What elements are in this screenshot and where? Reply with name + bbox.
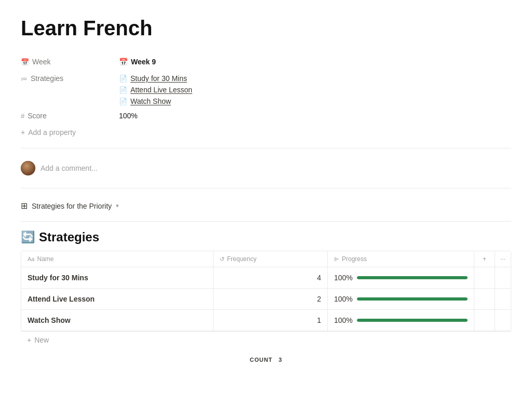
row-3-empty-2 bbox=[495, 310, 511, 331]
row-2-empty-2 bbox=[495, 289, 511, 309]
strategy-link-2[interactable]: Attend Live Lesson bbox=[130, 86, 192, 94]
comment-input[interactable]: Add a comment... bbox=[41, 164, 98, 172]
count-label: COUNT bbox=[250, 357, 273, 363]
row-2-progress-value: 100% bbox=[334, 295, 353, 303]
frequency-icon: ↺ bbox=[220, 256, 224, 263]
row-1-empty-1 bbox=[474, 267, 495, 288]
row-1-empty-2 bbox=[495, 267, 511, 288]
grid-icon: ⊞ bbox=[21, 201, 28, 211]
avatar-image bbox=[21, 161, 35, 175]
score-label: # Score bbox=[21, 111, 117, 120]
col-header-name[interactable]: Aa Name bbox=[21, 251, 214, 267]
row-2-progress-bar bbox=[357, 297, 468, 301]
row-1-progress-bar bbox=[357, 276, 468, 279]
count-value: 3 bbox=[278, 357, 282, 363]
row-2-empty-1 bbox=[474, 289, 495, 309]
strategies-section-icon: 🔄 bbox=[21, 230, 35, 244]
strategies-section-title: Strategies bbox=[39, 230, 99, 244]
week-property-row: 📅 Week 📅 Week 9 bbox=[21, 55, 511, 71]
strategies-label: ≔ Strategies bbox=[21, 73, 117, 83]
row-3-name[interactable]: Watch Show bbox=[21, 310, 214, 331]
strategy-link-3[interactable]: Watch Show bbox=[130, 97, 171, 105]
row-2-name[interactable]: Attend Live Lesson bbox=[21, 289, 214, 309]
row-3-progress-value: 100% bbox=[334, 316, 353, 324]
table-row: Attend Live Lesson 2 100% bbox=[21, 289, 511, 310]
comment-section: Add a comment... bbox=[21, 155, 511, 182]
progress-icon: ⊫ bbox=[334, 256, 339, 263]
section-header-label: Strategies for the Priority bbox=[32, 202, 112, 210]
col-frequency-label: Frequency bbox=[227, 255, 257, 263]
row-1-frequency: 4 bbox=[214, 267, 328, 288]
row-2-progress: 100% bbox=[328, 289, 474, 309]
list-icon: ≔ bbox=[21, 75, 28, 83]
table-header: Aa Name ↺ Frequency ⊫ Progress + ··· bbox=[21, 251, 511, 267]
add-new-button[interactable]: + New bbox=[21, 331, 511, 348]
week-calendar-icon: 📅 bbox=[119, 58, 128, 66]
strategies-property-row: ≔ Strategies 📄 Study for 30 Mins 📄 Atten… bbox=[21, 71, 511, 108]
row-2-progress-fill bbox=[357, 297, 468, 301]
row-1-progress-value: 100% bbox=[334, 274, 353, 282]
avatar bbox=[21, 161, 35, 175]
doc-icon-2: 📄 bbox=[119, 86, 127, 94]
week-value-text: Week 9 bbox=[131, 58, 156, 66]
row-3-frequency: 1 bbox=[214, 310, 328, 331]
week-value-container: 📅 Week 9 bbox=[117, 57, 511, 67]
col-header-more[interactable]: ··· bbox=[495, 251, 511, 267]
strategy-link-1[interactable]: Study for 30 Mins bbox=[130, 74, 187, 83]
row-1-name[interactable]: Study for 30 Mins bbox=[21, 267, 214, 288]
add-col-icon: + bbox=[483, 255, 486, 263]
week-label: 📅 Week bbox=[21, 57, 117, 66]
comment-divider bbox=[21, 188, 511, 188]
properties-section: 📅 Week 📅 Week 9 ≔ Strategies 📄 Study for… bbox=[21, 55, 511, 140]
section-divider bbox=[21, 221, 511, 222]
strategies-value-container: 📄 Study for 30 Mins 📄 Attend Live Lesson… bbox=[117, 73, 511, 106]
chevron-down-icon: ▾ bbox=[116, 202, 119, 209]
row-3-progress-bar bbox=[357, 319, 468, 322]
strategy-item-1[interactable]: 📄 Study for 30 Mins bbox=[117, 73, 511, 84]
strategies-header: 🔄 Strategies bbox=[21, 230, 511, 244]
doc-icon-1: 📄 bbox=[119, 75, 127, 83]
col-header-frequency[interactable]: ↺ Frequency bbox=[214, 251, 328, 267]
week-value-item[interactable]: 📅 Week 9 bbox=[117, 57, 511, 67]
plus-new-icon: + bbox=[27, 336, 31, 344]
row-2-frequency: 2 bbox=[214, 289, 328, 309]
add-property-button[interactable]: + Add a property bbox=[21, 125, 511, 140]
score-value-text[interactable]: 100% bbox=[117, 111, 511, 121]
more-icon: ··· bbox=[500, 255, 506, 263]
doc-icon-3: 📄 bbox=[119, 98, 127, 105]
count-section: COUNT 3 bbox=[21, 348, 511, 371]
strategies-table: Aa Name ↺ Frequency ⊫ Progress + ··· Stu… bbox=[21, 251, 511, 331]
table-row: Watch Show 1 100% bbox=[21, 310, 511, 331]
table-row: Study for 30 Mins 4 100% bbox=[21, 267, 511, 289]
row-3-empty-1 bbox=[474, 310, 495, 331]
col-progress-label: Progress bbox=[342, 255, 367, 263]
row-1-progress: 100% bbox=[328, 267, 474, 288]
aa-icon: Aa bbox=[28, 256, 34, 262]
col-header-add[interactable]: + bbox=[474, 251, 495, 267]
row-3-progress: 100% bbox=[328, 310, 474, 331]
strategy-item-2[interactable]: 📄 Attend Live Lesson bbox=[117, 85, 511, 95]
page-title: Learn French bbox=[21, 17, 511, 40]
row-3-progress-fill bbox=[357, 319, 468, 322]
score-value-container: 100% bbox=[117, 111, 511, 121]
strategy-item-3[interactable]: 📄 Watch Show bbox=[117, 96, 511, 106]
col-header-progress[interactable]: ⊫ Progress bbox=[328, 251, 474, 267]
add-new-label: New bbox=[34, 336, 49, 344]
hash-icon: # bbox=[21, 112, 24, 120]
plus-icon: + bbox=[21, 128, 25, 137]
calendar-icon: 📅 bbox=[21, 58, 29, 66]
row-1-progress-fill bbox=[357, 276, 468, 279]
col-name-label: Name bbox=[37, 255, 54, 263]
section-header[interactable]: ⊞ Strategies for the Priority ▾ bbox=[21, 195, 511, 215]
properties-divider bbox=[21, 148, 511, 148]
score-property-row: # Score 100% bbox=[21, 108, 511, 125]
